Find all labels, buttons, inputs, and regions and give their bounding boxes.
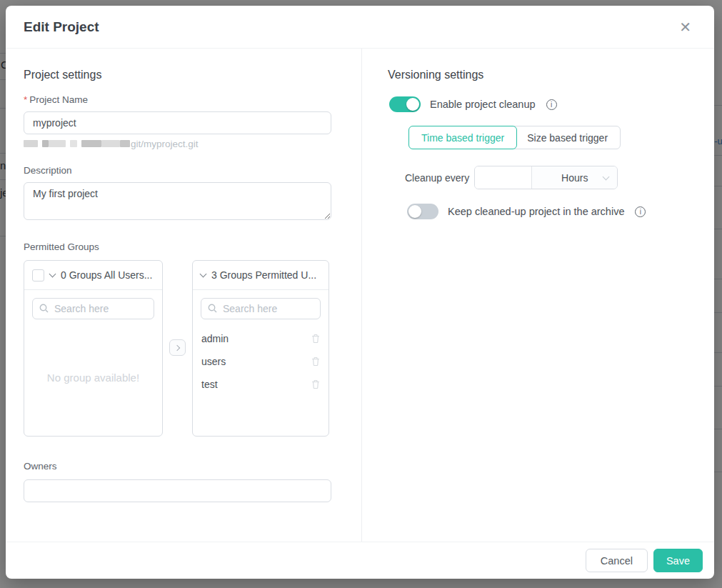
cleanup-unit-value: Hours xyxy=(561,172,588,184)
redacted-text xyxy=(70,140,77,147)
save-button[interactable]: Save xyxy=(653,549,703,572)
enable-cleanup-row: Enable project cleanup i xyxy=(389,96,714,112)
group-transfer-widget: 0 Groups All Users... No group available… xyxy=(24,260,331,437)
search-input[interactable] xyxy=(201,298,321,319)
list-item[interactable]: users xyxy=(201,350,320,373)
versioning-settings-heading: Versioning settings xyxy=(388,69,714,81)
enable-cleanup-toggle[interactable] xyxy=(389,96,421,112)
group-name: users xyxy=(201,356,226,367)
enable-cleanup-label: Enable project cleanup xyxy=(430,99,536,110)
empty-state-text: No group available! xyxy=(24,319,162,436)
available-groups-box: 0 Groups All Users... No group available… xyxy=(24,260,163,437)
permitted-groups-label: Permitted Groups xyxy=(24,241,331,252)
trash-icon[interactable] xyxy=(311,334,320,344)
cancel-button[interactable]: Cancel xyxy=(586,549,648,572)
modal-header: Edit Project ✕ xyxy=(6,6,714,49)
search-input[interactable] xyxy=(32,298,154,319)
available-groups-count: 0 Groups All Users... xyxy=(61,269,152,281)
cleanup-every-row: Cleanup every Hours xyxy=(405,166,714,189)
chevron-down-icon xyxy=(603,173,610,180)
tab-time-based-trigger[interactable]: Time based trigger xyxy=(408,126,517,149)
cleanup-every-label: Cleanup every xyxy=(405,172,469,184)
permitted-groups-box: 3 Groups Permitted U... admin xyxy=(192,260,329,437)
trash-icon[interactable] xyxy=(311,357,320,367)
keep-archive-label: Keep cleaned-up project in the archive xyxy=(448,206,624,217)
info-icon[interactable]: i xyxy=(546,99,557,110)
owners-input[interactable] xyxy=(24,479,331,502)
list-item[interactable]: test xyxy=(201,373,320,396)
search-icon xyxy=(39,304,49,313)
permitted-groups-count: 3 Groups Permitted U... xyxy=(211,269,316,281)
permitted-groups-search xyxy=(201,298,321,319)
versioning-settings-section: Versioning settings Enable project clean… xyxy=(362,49,714,542)
group-name: test xyxy=(201,379,218,390)
project-name-input[interactable] xyxy=(24,111,331,134)
chevron-down-icon xyxy=(49,270,56,277)
git-url-line: git/myproject.git xyxy=(24,138,331,149)
project-settings-section: Project settings *Project Name git/mypro… xyxy=(6,49,362,542)
tab-size-based-trigger[interactable]: Size based trigger xyxy=(514,126,621,149)
description-textarea[interactable] xyxy=(24,182,331,220)
permitted-groups-list: admin users test xyxy=(193,319,329,404)
trash-icon[interactable] xyxy=(311,379,320,389)
redacted-text xyxy=(81,140,101,147)
redacted-text xyxy=(49,140,66,147)
toggle-knob xyxy=(406,98,419,111)
cleanup-unit-select[interactable]: Hours xyxy=(531,166,617,189)
chevron-down-icon xyxy=(200,270,207,277)
permitted-groups-header[interactable]: 3 Groups Permitted U... xyxy=(193,261,329,290)
select-all-checkbox[interactable] xyxy=(32,269,44,281)
redacted-text xyxy=(101,140,120,147)
info-icon[interactable]: i xyxy=(635,206,646,217)
page-title: Edit Project xyxy=(24,19,99,35)
chevron-right-icon xyxy=(174,344,179,350)
close-icon[interactable]: ✕ xyxy=(676,17,694,37)
available-groups-header[interactable]: 0 Groups All Users... xyxy=(24,261,162,290)
git-url-suffix: git/myproject.git xyxy=(131,139,199,149)
project-settings-heading: Project settings xyxy=(24,69,331,81)
required-mark: * xyxy=(24,94,27,105)
archive-row: Keep cleaned-up project in the archive i xyxy=(407,204,714,219)
list-item[interactable]: admin xyxy=(201,327,320,350)
owners-label: Owners xyxy=(24,461,331,472)
project-name-label: *Project Name xyxy=(24,94,331,105)
redacted-text xyxy=(24,140,38,147)
transfer-right-button[interactable] xyxy=(169,339,186,356)
redacted-text xyxy=(120,140,130,147)
available-groups-search xyxy=(32,298,154,319)
toggle-knob xyxy=(408,205,421,218)
group-name: admin xyxy=(201,333,229,344)
search-icon xyxy=(208,304,217,313)
description-label: Description xyxy=(24,165,331,176)
redacted-text xyxy=(42,140,49,147)
keep-archive-toggle[interactable] xyxy=(407,204,438,219)
cleanup-interval-input[interactable] xyxy=(475,166,531,189)
modal-footer: Cancel Save xyxy=(6,542,714,579)
cleanup-interval-group: Hours xyxy=(474,166,618,189)
edit-project-modal: Edit Project ✕ Project settings *Project… xyxy=(6,6,714,579)
trigger-tabs: Time based trigger Size based trigger xyxy=(408,126,714,149)
